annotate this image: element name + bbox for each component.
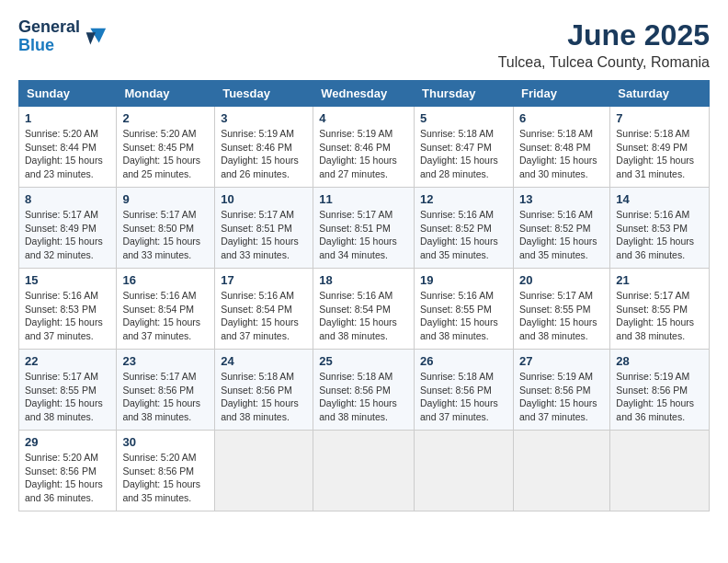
day-cell-22: 22Sunrise: 5:17 AMSunset: 8:55 PMDayligh… bbox=[19, 350, 117, 431]
day-cell-20: 20Sunrise: 5:17 AMSunset: 8:55 PMDayligh… bbox=[513, 269, 609, 350]
day-detail: Sunrise: 5:19 AMSunset: 8:46 PMDaylight:… bbox=[319, 127, 408, 181]
col-header-sunday: Sunday bbox=[19, 81, 117, 107]
svg-marker-1 bbox=[86, 32, 96, 44]
logo-blue: Blue bbox=[18, 36, 54, 54]
day-number: 5 bbox=[420, 111, 507, 125]
day-number: 7 bbox=[616, 111, 703, 125]
logo-icon bbox=[82, 24, 108, 50]
day-detail: Sunrise: 5:20 AMSunset: 8:56 PMDaylight:… bbox=[25, 451, 110, 505]
day-number: 14 bbox=[616, 192, 703, 206]
day-detail: Sunrise: 5:17 AMSunset: 8:49 PMDaylight:… bbox=[25, 208, 110, 262]
day-number: 2 bbox=[122, 111, 209, 125]
day-number: 13 bbox=[519, 192, 604, 206]
day-cell-16: 16Sunrise: 5:16 AMSunset: 8:54 PMDayligh… bbox=[117, 269, 215, 350]
day-detail: Sunrise: 5:17 AMSunset: 8:55 PMDaylight:… bbox=[616, 289, 703, 343]
day-number: 29 bbox=[25, 435, 110, 449]
day-cell-13: 13Sunrise: 5:16 AMSunset: 8:52 PMDayligh… bbox=[513, 188, 609, 269]
day-number: 24 bbox=[221, 354, 307, 368]
col-header-friday: Friday bbox=[513, 81, 609, 107]
day-detail: Sunrise: 5:17 AMSunset: 8:51 PMDaylight:… bbox=[221, 208, 307, 262]
day-detail: Sunrise: 5:16 AMSunset: 8:54 PMDaylight:… bbox=[319, 289, 408, 343]
day-detail: Sunrise: 5:16 AMSunset: 8:54 PMDaylight:… bbox=[122, 289, 209, 343]
day-number: 28 bbox=[616, 354, 703, 368]
week-row-2: 8Sunrise: 5:17 AMSunset: 8:49 PMDaylight… bbox=[19, 188, 710, 269]
day-detail: Sunrise: 5:16 AMSunset: 8:55 PMDaylight:… bbox=[420, 289, 507, 343]
day-number: 9 bbox=[122, 192, 209, 206]
day-cell-25: 25Sunrise: 5:18 AMSunset: 8:56 PMDayligh… bbox=[313, 350, 415, 431]
calendar: SundayMondayTuesdayWednesdayThursdayFrid… bbox=[18, 80, 710, 511]
day-cell-29: 29Sunrise: 5:20 AMSunset: 8:56 PMDayligh… bbox=[19, 431, 117, 511]
day-detail: Sunrise: 5:18 AMSunset: 8:49 PMDaylight:… bbox=[616, 127, 703, 181]
day-cell-24: 24Sunrise: 5:18 AMSunset: 8:56 PMDayligh… bbox=[215, 350, 313, 431]
week-row-1: 1Sunrise: 5:20 AMSunset: 8:44 PMDaylight… bbox=[19, 107, 710, 188]
title-block: June 2025 Tulcea, Tulcea County, Romania bbox=[498, 18, 710, 71]
day-cell-6: 6Sunrise: 5:18 AMSunset: 8:48 PMDaylight… bbox=[513, 107, 609, 188]
day-detail: Sunrise: 5:20 AMSunset: 8:56 PMDaylight:… bbox=[122, 451, 209, 505]
day-detail: Sunrise: 5:16 AMSunset: 8:53 PMDaylight:… bbox=[616, 208, 703, 262]
day-detail: Sunrise: 5:18 AMSunset: 8:56 PMDaylight:… bbox=[420, 370, 507, 424]
day-cell-4: 4Sunrise: 5:19 AMSunset: 8:46 PMDaylight… bbox=[313, 107, 415, 188]
day-detail: Sunrise: 5:19 AMSunset: 8:56 PMDaylight:… bbox=[519, 370, 604, 424]
day-number: 30 bbox=[122, 435, 209, 449]
page: General Blue June 2025 Tulcea, Tulcea Co… bbox=[0, 0, 728, 530]
day-detail: Sunrise: 5:17 AMSunset: 8:56 PMDaylight:… bbox=[122, 370, 209, 424]
day-number: 12 bbox=[420, 192, 507, 206]
day-detail: Sunrise: 5:19 AMSunset: 8:56 PMDaylight:… bbox=[616, 370, 703, 424]
day-detail: Sunrise: 5:18 AMSunset: 8:48 PMDaylight:… bbox=[519, 127, 604, 181]
col-header-monday: Monday bbox=[117, 81, 215, 107]
subtitle: Tulcea, Tulcea County, Romania bbox=[498, 54, 710, 71]
day-cell-26: 26Sunrise: 5:18 AMSunset: 8:56 PMDayligh… bbox=[415, 350, 514, 431]
day-detail: Sunrise: 5:20 AMSunset: 8:45 PMDaylight:… bbox=[122, 127, 209, 181]
day-number: 19 bbox=[420, 273, 507, 287]
day-detail: Sunrise: 5:17 AMSunset: 8:50 PMDaylight:… bbox=[122, 208, 209, 262]
day-number: 11 bbox=[319, 192, 408, 206]
day-cell-7: 7Sunrise: 5:18 AMSunset: 8:49 PMDaylight… bbox=[610, 107, 710, 188]
day-cell-10: 10Sunrise: 5:17 AMSunset: 8:51 PMDayligh… bbox=[215, 188, 313, 269]
empty-cell bbox=[610, 431, 710, 511]
col-header-wednesday: Wednesday bbox=[313, 81, 415, 107]
day-cell-2: 2Sunrise: 5:20 AMSunset: 8:45 PMDaylight… bbox=[117, 107, 215, 188]
day-number: 4 bbox=[319, 111, 408, 125]
empty-cell bbox=[513, 431, 609, 511]
week-row-3: 15Sunrise: 5:16 AMSunset: 8:53 PMDayligh… bbox=[19, 269, 710, 350]
day-detail: Sunrise: 5:17 AMSunset: 8:51 PMDaylight:… bbox=[319, 208, 408, 262]
day-cell-18: 18Sunrise: 5:16 AMSunset: 8:54 PMDayligh… bbox=[313, 269, 415, 350]
day-number: 18 bbox=[319, 273, 408, 287]
day-cell-21: 21Sunrise: 5:17 AMSunset: 8:55 PMDayligh… bbox=[610, 269, 710, 350]
day-detail: Sunrise: 5:18 AMSunset: 8:56 PMDaylight:… bbox=[221, 370, 307, 424]
day-detail: Sunrise: 5:18 AMSunset: 8:47 PMDaylight:… bbox=[420, 127, 507, 181]
header: General Blue June 2025 Tulcea, Tulcea Co… bbox=[18, 18, 710, 71]
day-cell-28: 28Sunrise: 5:19 AMSunset: 8:56 PMDayligh… bbox=[610, 350, 710, 431]
day-cell-17: 17Sunrise: 5:16 AMSunset: 8:54 PMDayligh… bbox=[215, 269, 313, 350]
day-cell-11: 11Sunrise: 5:17 AMSunset: 8:51 PMDayligh… bbox=[313, 188, 415, 269]
day-number: 15 bbox=[25, 273, 110, 287]
day-number: 6 bbox=[519, 111, 604, 125]
day-number: 8 bbox=[25, 192, 110, 206]
day-detail: Sunrise: 5:16 AMSunset: 8:52 PMDaylight:… bbox=[519, 208, 604, 262]
day-cell-5: 5Sunrise: 5:18 AMSunset: 8:47 PMDaylight… bbox=[415, 107, 514, 188]
day-number: 21 bbox=[616, 273, 703, 287]
day-cell-23: 23Sunrise: 5:17 AMSunset: 8:56 PMDayligh… bbox=[117, 350, 215, 431]
empty-cell bbox=[215, 431, 313, 511]
header-row: SundayMondayTuesdayWednesdayThursdayFrid… bbox=[19, 81, 710, 107]
day-number: 20 bbox=[519, 273, 604, 287]
day-number: 3 bbox=[221, 111, 307, 125]
logo-general: General bbox=[18, 17, 80, 36]
col-header-tuesday: Tuesday bbox=[215, 81, 313, 107]
day-detail: Sunrise: 5:20 AMSunset: 8:44 PMDaylight:… bbox=[25, 127, 110, 181]
empty-cell bbox=[313, 431, 415, 511]
day-cell-14: 14Sunrise: 5:16 AMSunset: 8:53 PMDayligh… bbox=[610, 188, 710, 269]
week-row-5: 29Sunrise: 5:20 AMSunset: 8:56 PMDayligh… bbox=[19, 431, 710, 511]
day-detail: Sunrise: 5:16 AMSunset: 8:53 PMDaylight:… bbox=[25, 289, 110, 343]
day-number: 22 bbox=[25, 354, 110, 368]
day-number: 10 bbox=[221, 192, 307, 206]
day-cell-1: 1Sunrise: 5:20 AMSunset: 8:44 PMDaylight… bbox=[19, 107, 117, 188]
logo: General Blue bbox=[18, 18, 108, 55]
day-number: 26 bbox=[420, 354, 507, 368]
day-detail: Sunrise: 5:16 AMSunset: 8:54 PMDaylight:… bbox=[221, 289, 307, 343]
day-detail: Sunrise: 5:17 AMSunset: 8:55 PMDaylight:… bbox=[25, 370, 110, 424]
day-number: 17 bbox=[221, 273, 307, 287]
day-cell-8: 8Sunrise: 5:17 AMSunset: 8:49 PMDaylight… bbox=[19, 188, 117, 269]
day-cell-30: 30Sunrise: 5:20 AMSunset: 8:56 PMDayligh… bbox=[117, 431, 215, 511]
day-cell-19: 19Sunrise: 5:16 AMSunset: 8:55 PMDayligh… bbox=[415, 269, 514, 350]
